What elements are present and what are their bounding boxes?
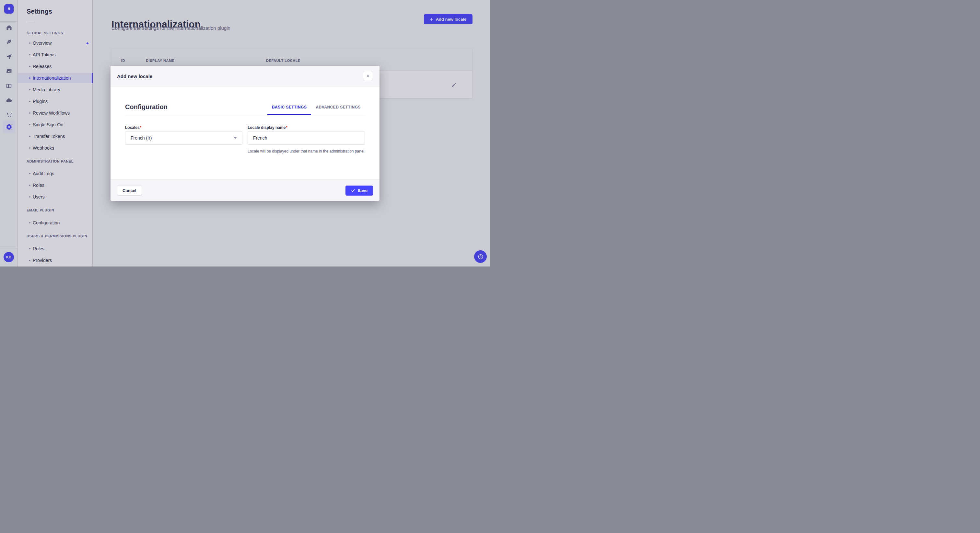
tab-advanced-settings[interactable]: ADVANCED SETTINGS [311,103,365,111]
save-button[interactable]: Save [345,186,373,195]
check-icon [351,189,355,193]
modal-footer: Cancel Save [110,179,380,201]
locales-select[interactable]: French (fr) [125,131,242,145]
required-asterisk: * [286,125,288,130]
locales-label: Locales* [125,125,141,130]
cancel-button[interactable]: Cancel [117,186,142,195]
modal-title: Add new locale [117,73,152,79]
close-button[interactable]: ✕ [363,71,373,81]
app-window: KD Settings GLOBAL SETTINGS Overview API… [0,0,490,266]
display-name-label: Locale display name* [248,125,288,130]
close-icon: ✕ [366,73,370,78]
tab-basic-settings[interactable]: BASIC SETTINGS [267,103,311,111]
add-locale-modal: Add new locale ✕ Configuration BASIC SET… [110,66,380,201]
configuration-heading: Configuration [125,103,167,111]
modal-header: Add new locale ✕ [110,66,380,86]
tabs-divider [125,115,365,115]
display-name-input[interactable] [248,131,365,145]
settings-tabs: BASIC SETTINGS ADVANCED SETTINGS [267,103,365,111]
required-asterisk: * [140,125,142,130]
display-name-hint: Locale will be displayed under that name… [248,149,368,154]
modal-body: Configuration BASIC SETTINGS ADVANCED SE… [110,86,380,179]
chevron-down-icon [234,137,237,139]
locales-select-value: French (fr) [130,135,152,141]
